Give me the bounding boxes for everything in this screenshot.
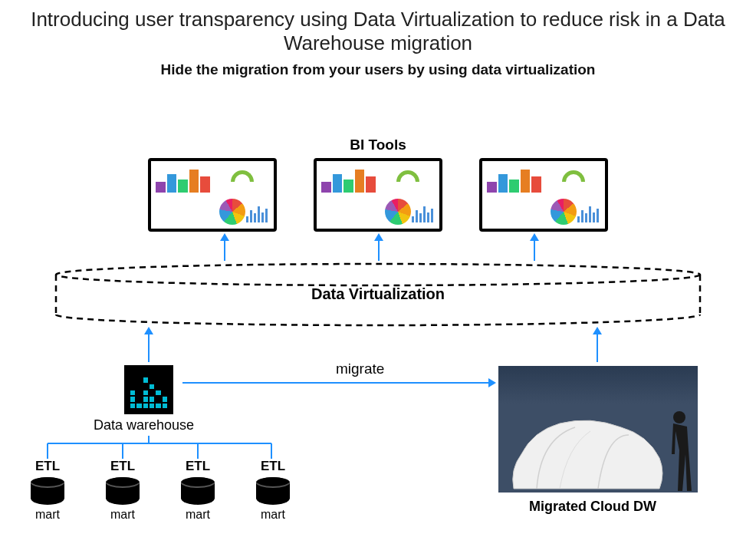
pie-chart-icon: [551, 199, 577, 225]
bi-dashboard-3: [479, 158, 608, 232]
etl-row: ETLmart ETLmart ETLmart ETLmart: [23, 459, 297, 522]
database-icon: [31, 477, 64, 505]
arrow-right-icon: [182, 382, 489, 384]
bi-tools-row: [0, 158, 756, 232]
bi-tools-label: BI Tools: [0, 137, 756, 153]
arrow-up-icon: [534, 239, 535, 261]
arrow-up-icon: [224, 239, 225, 261]
etl-mart-2: ETLmart: [98, 459, 147, 522]
arrow-up-icon: [148, 333, 150, 362]
migrate-label: migrate: [336, 361, 384, 377]
covered-car-icon: [506, 400, 667, 493]
database-icon: [106, 477, 140, 505]
migrated-cloud-dw-image: [498, 366, 698, 493]
arrow-up-icon: [597, 333, 598, 362]
bi-dashboard-1: [148, 158, 277, 232]
mart-label: mart: [35, 508, 60, 522]
mart-label: mart: [186, 508, 210, 522]
etl-mart-3: ETLmart: [173, 459, 222, 522]
svg-point-0: [56, 264, 700, 285]
svg-point-1: [673, 411, 685, 423]
person-icon: [662, 408, 693, 493]
data-warehouse-label: Data warehouse: [94, 417, 194, 433]
pie-chart-icon: [385, 199, 411, 225]
data-warehouse-icon: [124, 365, 173, 414]
etl-label: ETL: [35, 459, 60, 474]
bi-dashboard-2: [314, 158, 442, 232]
database-icon: [181, 477, 215, 505]
pie-chart-icon: [219, 199, 245, 225]
etl-label: ETL: [261, 459, 285, 474]
migrated-cloud-dw-label: Migrated Cloud DW: [529, 499, 656, 515]
etl-mart-1: ETLmart: [23, 459, 72, 522]
etl-label: ETL: [110, 459, 135, 474]
tree-connector: [40, 436, 301, 460]
mart-label: mart: [110, 508, 135, 522]
arrow-up-icon: [378, 239, 380, 261]
diagram-subtitle: Hide the migration from your users by us…: [0, 61, 756, 78]
mart-label: mart: [261, 508, 285, 522]
diagram-title: Introducing user transparency using Data…: [0, 0, 756, 55]
gauge-icon: [231, 170, 254, 182]
database-icon: [256, 477, 290, 505]
gauge-icon: [396, 170, 419, 182]
etl-label: ETL: [186, 459, 210, 474]
data-virtualization-label: Data Virtualization: [0, 285, 756, 303]
gauge-icon: [562, 170, 585, 182]
etl-mart-4: ETLmart: [248, 459, 297, 522]
